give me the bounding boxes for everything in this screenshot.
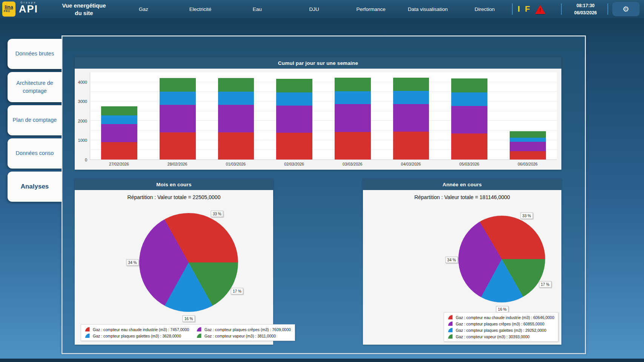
legend-swatch-icon bbox=[448, 315, 453, 320]
bar-segment-purple bbox=[393, 104, 429, 132]
stacked-bar-06-03-2026[interactable] bbox=[510, 131, 546, 160]
stacked-bar-05-03-2026[interactable] bbox=[451, 78, 487, 160]
legend-swatch-icon bbox=[448, 321, 453, 326]
sidebar-item-plan-de-comptage[interactable]: Plan de comptage bbox=[8, 105, 62, 135]
stacked-bar-27-02-2026[interactable] bbox=[101, 106, 137, 160]
stacked-bar-03-03-2026[interactable] bbox=[335, 78, 371, 160]
clock: 08:17:30 06/03/2026 bbox=[564, 2, 607, 16]
stacked-bar-28-02-2026[interactable] bbox=[160, 78, 196, 160]
groupe-api-logo: Groupe API bbox=[19, 1, 38, 14]
bar-slot-27-02-2026 bbox=[90, 72, 149, 160]
pie-legend: Gaz : compteur eau chaude industrie (m3)… bbox=[81, 324, 295, 341]
time-display: 08:17:30 bbox=[564, 2, 607, 9]
legend-swatch-icon bbox=[448, 328, 453, 333]
top-menu: GazElectricitéEauDJUPerformanceData visu… bbox=[115, 0, 513, 18]
nav-item-gaz[interactable]: Gaz bbox=[115, 6, 172, 12]
bar-segment-green bbox=[510, 131, 546, 137]
stacked-bar-02-03-2026[interactable] bbox=[276, 79, 312, 160]
pie-percentage-label: 33 % bbox=[211, 211, 223, 217]
page-title: Vue energétique du site bbox=[49, 2, 119, 17]
lina-logo-text: lina bbox=[2, 4, 15, 10]
warning-triangle-icon[interactable]: ! bbox=[535, 5, 546, 14]
nav-item-performance[interactable]: Performance bbox=[343, 6, 400, 12]
bar-segment-green bbox=[451, 78, 487, 92]
sidebar-item-analyses[interactable]: Analyses bbox=[8, 172, 62, 202]
legend-item-green: Gaz : compteur vapeur (m3) : 3811,0000 bbox=[197, 333, 291, 338]
year-pie-title: Année en cours bbox=[363, 179, 561, 190]
bar-segment-blue bbox=[335, 91, 371, 104]
nav-item-electricite[interactable]: Electricité bbox=[172, 6, 229, 12]
legend-label: Gaz : compteur vapeur (m3) : 3811,0000 bbox=[204, 334, 276, 338]
api-logo-text: API bbox=[19, 4, 38, 14]
x-tick-label: 06/03/2026 bbox=[498, 162, 557, 169]
topbar-divider bbox=[512, 3, 513, 15]
y-tick-label: 0 bbox=[85, 158, 87, 162]
legend-label: Gaz : compteur plaques galettes (m3) : 2… bbox=[456, 328, 546, 333]
pie-chart[interactable] bbox=[458, 216, 545, 302]
bar-segment-red bbox=[218, 132, 254, 160]
indicator-i[interactable]: I bbox=[518, 5, 520, 13]
month-pie-area: Répartition : Valeur totale = 22505,0000… bbox=[75, 190, 273, 345]
app-window: lina PRO Groupe API Vue energétique du s… bbox=[0, 0, 644, 362]
bar-segment-purple bbox=[218, 105, 254, 132]
bar-chart-plot bbox=[90, 72, 557, 160]
pie-legend: Gaz : compteur eau chaude industrie (m3)… bbox=[444, 312, 558, 342]
x-tick-label: 28/02/2026 bbox=[148, 162, 207, 169]
bar-slot-06-03-2026 bbox=[498, 72, 557, 160]
pie-chart[interactable] bbox=[139, 213, 238, 312]
x-tick-label: 03/03/2026 bbox=[323, 162, 382, 169]
bar-segment-red bbox=[160, 132, 196, 160]
month-pie-panel: Mois en cours Répartition : Valeur total… bbox=[75, 179, 273, 345]
x-tick-label: 05/03/2026 bbox=[440, 162, 499, 169]
nav-item-data-visualisation[interactable]: Data visualisation bbox=[400, 6, 456, 12]
bar-segment-red bbox=[451, 133, 487, 160]
bar-segment-green bbox=[335, 78, 371, 91]
y-axis: 01000200030004000 bbox=[75, 72, 88, 160]
legend-item-blue: Gaz : compteur plaques galettes (m3) : 2… bbox=[448, 328, 554, 333]
indicator-f[interactable]: F bbox=[525, 5, 530, 13]
legend-item-purple: Gaz : compteur plaques crêpes (m3) : 608… bbox=[448, 321, 554, 326]
sidebar-item-donnees-brutes[interactable]: Données brutes bbox=[8, 39, 62, 69]
bar-slot-01-03-2026 bbox=[207, 72, 265, 160]
bar-chart-title: Cumul par jour sur une semaine bbox=[75, 57, 561, 69]
legend-label: Gaz : compteur plaques galettes (m3) : 3… bbox=[93, 334, 181, 338]
bar-segment-purple bbox=[160, 105, 196, 132]
stacked-bar-04-03-2026[interactable] bbox=[393, 78, 429, 160]
topbar-divider bbox=[607, 3, 608, 15]
analyses-content-panel: Cumul par jour sur une semaine 010002000… bbox=[61, 35, 586, 354]
x-tick-label: 01/03/2026 bbox=[207, 162, 265, 169]
bar-segment-blue bbox=[451, 92, 487, 106]
bar-chart-area: 0100020003000400027/02/202628/02/202601/… bbox=[75, 69, 561, 170]
nav-item-direction[interactable]: Direction bbox=[456, 6, 513, 12]
legend-item-red: Gaz : compteur eau chaude industrie (m3)… bbox=[448, 315, 554, 320]
year-pie-subtitle: Répartition : Valeur totale = 181146,000… bbox=[363, 194, 561, 200]
y-tick-label: 1000 bbox=[78, 138, 87, 143]
month-pie-title: Mois en cours bbox=[75, 179, 273, 190]
settings-button[interactable]: ⚙ bbox=[612, 2, 639, 16]
bar-series bbox=[90, 72, 557, 160]
legend-label: Gaz : compteur plaques crêpes (m3) : 608… bbox=[456, 322, 544, 326]
page-title-line2: du site bbox=[49, 9, 119, 17]
legend-label: Gaz : compteur vapeur (m3) : 30393,0000 bbox=[456, 334, 530, 339]
bar-segment-purple bbox=[510, 142, 546, 151]
bar-segment-purple bbox=[451, 106, 487, 133]
bar-segment-red bbox=[393, 132, 429, 160]
topbar-divider bbox=[561, 3, 562, 15]
y-tick-label: 4000 bbox=[78, 80, 87, 84]
x-tick-label: 27/02/2026 bbox=[90, 162, 148, 169]
lina-pro-text: PRO bbox=[2, 10, 15, 12]
nav-item-dju[interactable]: DJU bbox=[286, 6, 343, 12]
pie-percentage-label: 17 % bbox=[539, 281, 552, 287]
x-axis: 27/02/202628/02/202601/03/202602/03/2026… bbox=[90, 162, 557, 169]
pie-percentage-label: 34 % bbox=[126, 259, 139, 266]
sidebar-item-donnees-conso[interactable]: Données conso bbox=[8, 138, 62, 169]
bar-segment-purple bbox=[101, 124, 137, 142]
sidebar-item-architecture-de-comptage[interactable]: Architecture de comptage bbox=[8, 72, 62, 102]
legend-item-purple: Gaz : compteur plaques crêpes (m3) : 760… bbox=[197, 327, 291, 332]
nav-item-eau[interactable]: Eau bbox=[229, 6, 286, 12]
x-tick-label: 04/03/2026 bbox=[382, 162, 440, 169]
stacked-bar-01-03-2026[interactable] bbox=[218, 78, 254, 160]
date-display: 06/03/2026 bbox=[564, 9, 607, 17]
bar-slot-28-02-2026 bbox=[149, 72, 207, 160]
bar-segment-blue bbox=[218, 92, 254, 105]
